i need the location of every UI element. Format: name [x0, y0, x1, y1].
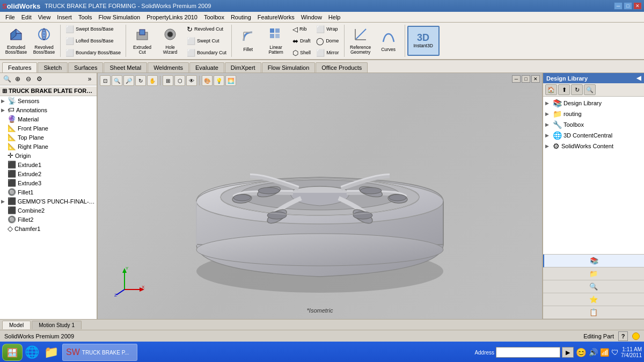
tree-item-extrude3[interactable]: ⬛Extrude3 [0, 178, 97, 187]
view-tab-model[interactable]: Model [2, 321, 31, 329]
rotate-button[interactable]: ↻ [135, 75, 146, 86]
extruded-cut-button[interactable]: ExtrudedCut [128, 26, 156, 56]
tab-weldments[interactable]: Weldments [148, 62, 189, 73]
menu-item-routing[interactable]: Routing [228, 13, 254, 21]
boundary-boss-base-button[interactable]: ⬜ Boundary Boss/Base [63, 47, 123, 59]
tree-expand-all-button[interactable]: » [85, 74, 94, 84]
custom-props-tab[interactable]: 📋 [543, 306, 644, 319]
menu-item-toolbox[interactable]: Toolbox [201, 13, 228, 21]
tree-item-combine2[interactable]: ⬛Combine2 [0, 206, 97, 215]
zoom-out-button[interactable]: 🔎 [123, 75, 134, 86]
tree-item-annotations[interactable]: ▶🏷Annotations [0, 105, 97, 114]
tab-sheet-metal[interactable]: Sheet Metal [104, 62, 147, 73]
view-tab-motion-study-1[interactable]: Motion Study 1 [32, 321, 82, 329]
tree-item-sensors[interactable]: ▶📡Sensors [0, 96, 97, 105]
lofted-boss-base-button[interactable]: ⬜ Lofted Boss/Base [63, 35, 123, 47]
menu-item-window[interactable]: Window [298, 13, 325, 21]
tab-surfaces[interactable]: Surfaces [68, 62, 103, 73]
address-go-button[interactable]: ▶ [562, 347, 574, 358]
hole-wizard-button[interactable]: HoleWizard [156, 26, 184, 56]
menu-item-flow-simulation[interactable]: Flow Simulation [96, 13, 144, 21]
tab-sketch[interactable]: Sketch [38, 62, 68, 73]
swept-boss-base-button[interactable]: ⬜ Swept Boss/Base [63, 24, 123, 35]
dl-item-3d-contentcentral[interactable]: ▶🌐3D ContentCentral [543, 130, 644, 141]
linear-pattern-button[interactable]: LinearPattern [262, 26, 290, 56]
tree-item-gemmo's-punch-final-ma[interactable]: ▶⬛GEMMO'S PUNCH-FINAL-MA [0, 197, 97, 206]
menu-item-propertylinks-2010[interactable]: PropertyLinks 2010 [143, 13, 201, 21]
appearances-button[interactable]: 🎨 [202, 75, 213, 86]
viewport[interactable]: ⊡ 🔍 🔎 ↻ ✋ ⊞ ⬡ 👁 🎨 💡 🌅 ─ □ ✕ [98, 73, 542, 319]
boundary-cut-button[interactable]: ⬜ Boundary Cut [184, 47, 229, 59]
search-tab[interactable]: 🔍 [543, 280, 644, 293]
scene-button[interactable]: 🌅 [225, 75, 236, 86]
dl-item-toolbox[interactable]: ▶🔧Toolbox [543, 119, 644, 130]
swept-cut-button[interactable]: ⬜ Swept Cut [184, 35, 229, 47]
reference-geometry-button[interactable]: ReferenceGeometry [347, 26, 375, 56]
menu-item-file[interactable]: File [2, 13, 18, 21]
viewport-close-button[interactable]: ✕ [531, 75, 540, 83]
dl-search-button[interactable]: 🔍 [584, 84, 596, 95]
revolved-boss-base-button[interactable]: RevolvedBoss/Base [30, 26, 58, 56]
tab-office-products[interactable]: Office Products [316, 62, 368, 73]
hide-show-button[interactable]: 👁 [186, 75, 197, 86]
tree-item-right-plane[interactable]: 📐Right Plane [0, 142, 97, 151]
ie-button[interactable]: 🌐 [24, 344, 42, 361]
tree-item-extrude2[interactable]: ⬛Extrude2 [0, 169, 97, 178]
menu-item-featureworks[interactable]: FeatureWorks [254, 13, 298, 21]
tab-dimxpert[interactable]: DimXpert [225, 62, 261, 73]
address-input[interactable] [496, 347, 560, 358]
instant3d-button[interactable]: 3D Instant3D [407, 26, 440, 56]
dl-home-button[interactable]: 🏠 [545, 84, 557, 95]
tree-item-material-not-specified[interactable]: 🔮Material [0, 114, 97, 124]
viewport-minimize-button[interactable]: ─ [512, 75, 521, 83]
help-button[interactable]: ? [618, 331, 628, 341]
curves-button[interactable]: Curves [375, 26, 402, 56]
dl-item-design-library[interactable]: ▶📚Design Library [543, 98, 644, 108]
viewport-maximize-button[interactable]: □ [522, 75, 530, 83]
pan-button[interactable]: ✋ [147, 75, 158, 86]
shell-button[interactable]: ⬡ Shell [290, 47, 313, 59]
tree-expand-button[interactable]: ⊕ [13, 74, 23, 84]
mirror-button[interactable]: ⬜ Mirror [313, 47, 342, 59]
tree-item-front-plane[interactable]: 📐Front Plane [0, 124, 97, 133]
dome-button[interactable]: ◯ Dome [313, 35, 342, 47]
rib-button[interactable]: ◁ Rib [290, 24, 313, 35]
extruded-boss-base-button[interactable]: ExtrudedBoss/Base [2, 26, 30, 56]
design-library-header[interactable]: Design Library ◀ [543, 73, 644, 83]
fillet-button[interactable]: Fillet [234, 26, 262, 56]
tree-settings-button[interactable]: ⚙ [34, 74, 44, 84]
zoom-in-button[interactable]: 🔍 [112, 75, 122, 86]
dl-refresh-button[interactable]: ↻ [571, 84, 583, 95]
tree-item-origin[interactable]: ✛Origin [0, 151, 97, 160]
tree-item-chamfer1[interactable]: ◇Chamfer1 [0, 224, 97, 233]
tab-evaluate[interactable]: Evaluate [189, 62, 224, 73]
draft-button[interactable]: ⬌ Draft [290, 35, 313, 47]
design-library-tab[interactable]: 📚 [543, 255, 644, 267]
close-button[interactable]: ✕ [633, 2, 642, 10]
dl-item-solidworks-content[interactable]: ▶⚙SolidWorks Content [543, 141, 644, 151]
favorites-tab[interactable]: ⭐ [543, 293, 644, 306]
section-view-button[interactable]: ⊞ [163, 75, 173, 86]
explorer-button[interactable]: 📁 [43, 344, 61, 361]
tree-item-extrude1[interactable]: ⬛Extrude1 [0, 160, 97, 169]
menu-item-edit[interactable]: Edit [18, 13, 35, 21]
wrap-button[interactable]: ⬜ Wrap [313, 24, 342, 35]
revolved-cut-button[interactable]: ↻ Revolved Cut [184, 24, 229, 35]
menu-item-insert[interactable]: Insert [54, 13, 75, 21]
dl-up-button[interactable]: ⬆ [558, 84, 570, 95]
lights-button[interactable]: 💡 [214, 75, 224, 86]
display-style-button[interactable]: ⬡ [174, 75, 185, 86]
file-explorer-tab[interactable]: 📁 [543, 267, 644, 280]
dl-item-routing[interactable]: ▶📁routing [543, 108, 644, 119]
menu-item-tools[interactable]: Tools [75, 13, 96, 21]
tree-item-fillet2[interactable]: 🔘Fillet2 [0, 215, 97, 224]
tree-item-top-plane[interactable]: 📐Top Plane [0, 133, 97, 142]
tree-filter-button[interactable]: 🔍 [2, 74, 12, 84]
minimize-button[interactable]: ─ [614, 2, 623, 10]
tree-collapse-button[interactable]: ⊖ [24, 74, 33, 84]
menu-item-help[interactable]: Help [325, 13, 344, 21]
solidworks-taskbar-button[interactable]: SW TRUCK BRAKE P... [62, 344, 137, 361]
tab-features[interactable]: Features [2, 62, 37, 73]
maximize-button[interactable]: □ [624, 2, 632, 10]
start-button[interactable]: 🪟 [2, 344, 23, 361]
